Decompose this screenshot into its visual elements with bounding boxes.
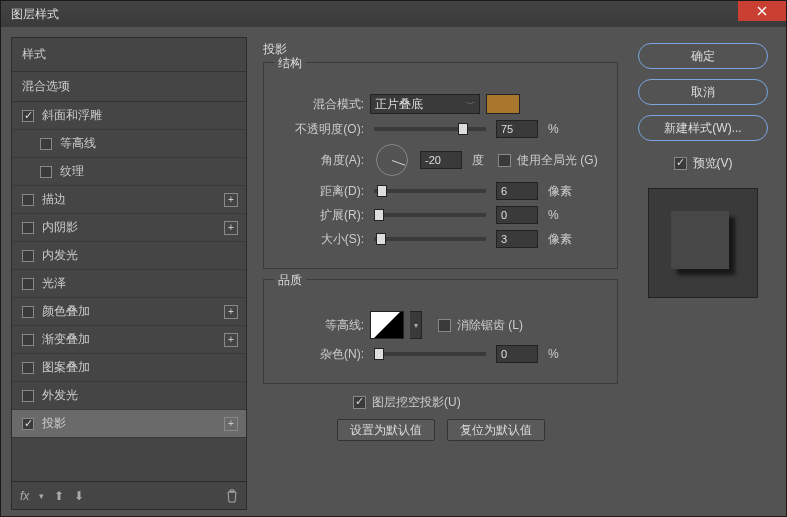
knockout-checkbox[interactable] <box>353 396 366 409</box>
opacity-slider[interactable] <box>374 127 486 131</box>
sidebar-item-checkbox[interactable] <box>22 110 34 122</box>
add-effect-icon[interactable]: + <box>224 193 238 207</box>
sidebar-item-checkbox[interactable] <box>22 306 34 318</box>
sidebar-item-1[interactable]: 等高线 <box>12 130 246 158</box>
sidebar-item-checkbox[interactable] <box>22 194 34 206</box>
ok-button[interactable]: 确定 <box>638 43 768 69</box>
set-default-button[interactable]: 设置为默认值 <box>337 419 435 441</box>
sidebar-item-4[interactable]: 内阴影+ <box>12 214 246 242</box>
sidebar-item-11[interactable]: 投影+ <box>12 410 246 438</box>
antialias-label: 消除锯齿 (L) <box>457 317 523 334</box>
sidebar-item-checkbox[interactable] <box>22 250 34 262</box>
sidebar-item-8[interactable]: 渐变叠加+ <box>12 326 246 354</box>
sidebar-item-9[interactable]: 图案叠加 <box>12 354 246 382</box>
blend-mode-label: 混合模式: <box>278 96 364 113</box>
add-effect-icon[interactable]: + <box>224 333 238 347</box>
sidebar-item-checkbox[interactable] <box>40 138 52 150</box>
opacity-label: 不透明度(O): <box>278 121 364 138</box>
size-input[interactable]: 3 <box>496 230 538 248</box>
noise-input[interactable]: 0 <box>496 345 538 363</box>
global-light-checkbox[interactable] <box>498 154 511 167</box>
close-button[interactable] <box>738 1 786 21</box>
sidebar-header[interactable]: 样式 <box>12 38 246 72</box>
spread-slider[interactable] <box>374 213 486 217</box>
opacity-row: 不透明度(O): 75 % <box>278 120 603 138</box>
blend-mode-select[interactable]: 正片叠底 ﹀ <box>370 94 480 114</box>
layer-style-dialog: 图层样式 样式 混合选项 斜面和浮雕等高线纹理描边+内阴影+内发光光泽颜色叠加+… <box>0 0 787 517</box>
size-slider[interactable] <box>374 237 486 241</box>
reset-default-button[interactable]: 复位为默认值 <box>447 419 545 441</box>
sidebar-item-5[interactable]: 内发光 <box>12 242 246 270</box>
sidebar-item-10[interactable]: 外发光 <box>12 382 246 410</box>
distance-unit: 像素 <box>548 183 572 200</box>
cancel-button[interactable]: 取消 <box>638 79 768 105</box>
knockout-row: 图层挖空投影(U) <box>353 394 618 411</box>
new-style-button[interactable]: 新建样式(W)... <box>638 115 768 141</box>
spread-input[interactable]: 0 <box>496 206 538 224</box>
distance-label: 距离(D): <box>278 183 364 200</box>
defaults-row: 设置为默认值 复位为默认值 <box>263 419 618 441</box>
opacity-input[interactable]: 75 <box>496 120 538 138</box>
angle-dial[interactable] <box>376 144 408 176</box>
noise-row: 杂色(N): 0 % <box>278 345 603 363</box>
sidebar-item-0[interactable]: 斜面和浮雕 <box>12 102 246 130</box>
noise-label: 杂色(N): <box>278 346 364 363</box>
sidebar-item-7[interactable]: 颜色叠加+ <box>12 298 246 326</box>
contour-row: 等高线: ▾ 消除锯齿 (L) <box>278 311 603 339</box>
distance-row: 距离(D): 6 像素 <box>278 182 603 200</box>
angle-input[interactable]: -20 <box>420 151 462 169</box>
sidebar-item-checkbox[interactable] <box>40 166 52 178</box>
sidebar-item-label: 投影 <box>42 415 66 432</box>
sidebar-item-checkbox[interactable] <box>22 278 34 290</box>
dialog-body: 样式 混合选项 斜面和浮雕等高线纹理描边+内阴影+内发光光泽颜色叠加+渐变叠加+… <box>1 27 786 516</box>
sidebar-item-2[interactable]: 纹理 <box>12 158 246 186</box>
preview-thumbnail <box>648 188 758 298</box>
distance-input[interactable]: 6 <box>496 182 538 200</box>
angle-row: 角度(A): -20 度 使用全局光 (G) <box>278 144 603 176</box>
panel-title: 投影 <box>263 41 618 58</box>
add-effect-icon[interactable]: + <box>224 221 238 235</box>
contour-label: 等高线: <box>278 317 364 334</box>
add-effect-icon[interactable]: + <box>224 417 238 431</box>
angle-label: 角度(A): <box>278 152 364 169</box>
sidebar-blend-options[interactable]: 混合选项 <box>12 72 246 102</box>
sidebar-item-3[interactable]: 描边+ <box>12 186 246 214</box>
preview-label: 预览(V) <box>693 155 733 172</box>
sidebar-item-checkbox[interactable] <box>22 362 34 374</box>
sidebar-item-checkbox[interactable] <box>22 418 34 430</box>
sidebar-item-label: 等高线 <box>60 135 96 152</box>
preview-inner <box>671 211 729 269</box>
distance-slider[interactable] <box>374 189 486 193</box>
opacity-unit: % <box>548 122 559 136</box>
quality-legend: 品质 <box>274 272 306 289</box>
contour-chevron-icon[interactable]: ▾ <box>410 311 422 339</box>
styles-sidebar: 样式 混合选项 斜面和浮雕等高线纹理描边+内阴影+内发光光泽颜色叠加+渐变叠加+… <box>11 37 247 510</box>
shadow-color-swatch[interactable] <box>486 94 520 114</box>
spread-unit: % <box>548 208 559 222</box>
structure-fieldset: 结构 混合模式: 正片叠底 ﹀ 不透明度(O): 75 % 角度(A <box>263 62 618 269</box>
trash-icon[interactable] <box>226 489 238 503</box>
sidebar-item-6[interactable]: 光泽 <box>12 270 246 298</box>
fx-chevron-icon[interactable]: ▾ <box>39 491 44 501</box>
sidebar-item-checkbox[interactable] <box>22 222 34 234</box>
global-light-label: 使用全局光 (G) <box>517 152 598 169</box>
knockout-label: 图层挖空投影(U) <box>372 394 461 411</box>
noise-slider[interactable] <box>374 352 486 356</box>
add-effect-icon[interactable]: + <box>224 305 238 319</box>
close-icon <box>757 6 767 16</box>
settings-panel: 投影 结构 混合模式: 正片叠底 ﹀ 不透明度(O): 75 % <box>255 37 622 510</box>
move-down-icon[interactable]: ⬇ <box>74 489 84 503</box>
sidebar-item-checkbox[interactable] <box>22 390 34 402</box>
antialias-checkbox[interactable] <box>438 319 451 332</box>
right-panel: 确定 取消 新建样式(W)... 预览(V) <box>630 37 776 510</box>
contour-picker[interactable] <box>370 311 404 339</box>
sidebar-item-label: 外发光 <box>42 387 78 404</box>
sidebar-item-checkbox[interactable] <box>22 334 34 346</box>
move-up-icon[interactable]: ⬆ <box>54 489 64 503</box>
quality-fieldset: 品质 等高线: ▾ 消除锯齿 (L) 杂色(N): 0 % <box>263 279 618 384</box>
titlebar[interactable]: 图层样式 <box>1 1 786 27</box>
sidebar-item-label: 颜色叠加 <box>42 303 90 320</box>
fx-icon[interactable]: fx <box>20 489 29 503</box>
size-row: 大小(S): 3 像素 <box>278 230 603 248</box>
preview-checkbox[interactable] <box>674 157 687 170</box>
